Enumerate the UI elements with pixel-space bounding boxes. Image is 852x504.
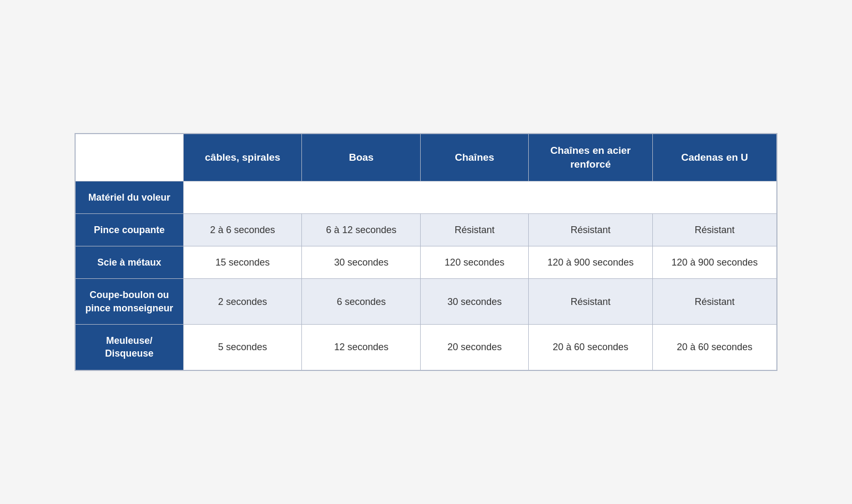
cell-scie-acier: 120 à 900 secondes: [528, 246, 652, 279]
table-row: Coupe-boulon ou pince monseigneur 2 seco…: [76, 279, 777, 325]
cell-meuleuse-cadenas: 20 à 60 secondes: [652, 325, 776, 370]
cell-pince-boas: 6 à 12 secondes: [302, 213, 421, 246]
header-chaines: Chaînes: [421, 134, 529, 181]
materiel-merged: [183, 181, 776, 213]
cell-scie-cadenas: 120 à 900 secondes: [652, 246, 776, 279]
header-boas: Boas: [302, 134, 421, 181]
header-acier: Chaînes en acier renforcé: [528, 134, 652, 181]
table-row: Scie à métaux 15 secondes 30 secondes 12…: [76, 246, 777, 279]
row-label-meuleuse: Meuleuse/ Disqueuse: [76, 325, 184, 370]
cell-meuleuse-cables: 5 secondes: [183, 325, 302, 370]
row-label-coupe: Coupe-boulon ou pince monseigneur: [76, 279, 184, 325]
materiel-label: Matériel du voleur: [76, 181, 184, 213]
cell-scie-boas: 30 secondes: [302, 246, 421, 279]
row-label-scie: Scie à métaux: [76, 246, 184, 279]
cell-pince-chaines: Résistant: [421, 213, 529, 246]
comparison-table: câbles, spirales Boas Chaînes Chaînes en…: [75, 133, 777, 370]
header-cables: câbles, spirales: [183, 134, 302, 181]
cell-meuleuse-acier: 20 à 60 secondes: [528, 325, 652, 370]
cell-pince-cadenas: Résistant: [652, 213, 776, 246]
cell-meuleuse-boas: 12 secondes: [302, 325, 421, 370]
row-label-pince: Pince coupante: [76, 213, 184, 246]
table-row: Pince coupante 2 à 6 secondes 6 à 12 sec…: [76, 213, 777, 246]
header-cadenas: Cadenas en U: [652, 134, 776, 181]
cell-scie-chaines: 120 secondes: [421, 246, 529, 279]
materiel-row: Matériel du voleur: [76, 181, 777, 213]
cell-scie-cables: 15 secondes: [183, 246, 302, 279]
cell-pince-cables: 2 à 6 secondes: [183, 213, 302, 246]
table-row: Meuleuse/ Disqueuse 5 secondes 12 second…: [76, 325, 777, 370]
cell-meuleuse-chaines: 20 secondes: [421, 325, 529, 370]
header-row: câbles, spirales Boas Chaînes Chaînes en…: [76, 134, 777, 181]
cell-coupe-chaines: 30 secondes: [421, 279, 529, 325]
header-empty: [76, 134, 184, 181]
cell-coupe-acier: Résistant: [528, 279, 652, 325]
cell-coupe-boas: 6 secondes: [302, 279, 421, 325]
cell-coupe-cables: 2 secondes: [183, 279, 302, 325]
cell-coupe-cadenas: Résistant: [652, 279, 776, 325]
cell-pince-acier: Résistant: [528, 213, 652, 246]
